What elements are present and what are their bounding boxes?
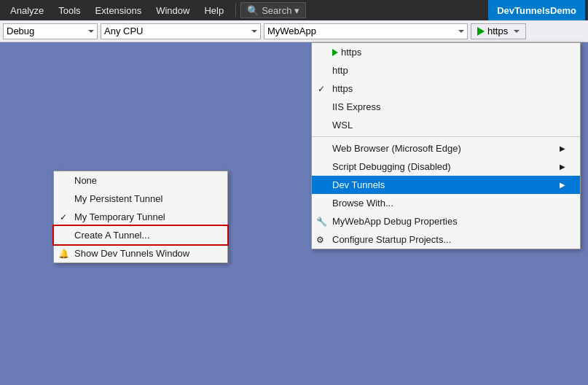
main-dropdown-menu: https http ✓ https IIS Express WSL Web B… bbox=[311, 42, 581, 249]
submenu-item-none[interactable]: None bbox=[54, 171, 227, 190]
web-browser-label: Web Browser (Microsoft Edge) bbox=[332, 143, 461, 154]
main-content: https http ✓ https IIS Express WSL Web B… bbox=[0, 42, 588, 385]
menu-item-iis-express[interactable]: IIS Express bbox=[312, 98, 580, 116]
menu-item-tools[interactable]: Tools bbox=[51, 0, 87, 20]
active-tab[interactable]: DevTunnelsDemo bbox=[488, 0, 585, 20]
dev-tunnels-label: Dev Tunnels bbox=[332, 179, 385, 190]
temporary-tunnel-label: My Temporary Tunnel bbox=[74, 211, 165, 222]
play-icon bbox=[477, 27, 485, 36]
menu-item-https-play[interactable]: https bbox=[312, 43, 580, 61]
menu-item-dev-tunnels[interactable]: Dev Tunnels ▶ bbox=[312, 176, 580, 194]
checkmark-icon: ✓ bbox=[318, 84, 325, 94]
submenu-arrow-3-icon: ▶ bbox=[560, 181, 565, 189]
run-label: https bbox=[487, 26, 508, 36]
submenu-item-show-tunnels[interactable]: 🔔 Show Dev Tunnels Window bbox=[54, 244, 227, 262]
menu-item-browse-with[interactable]: Browse With... bbox=[312, 194, 580, 212]
https-label: https bbox=[332, 83, 353, 94]
cpu-arrow-icon bbox=[251, 30, 257, 33]
search-icon: 🔍 bbox=[247, 5, 259, 16]
cpu-value: Any CPU bbox=[104, 26, 143, 36]
menu-item-configure-startup[interactable]: ⚙ Configure Startup Projects... bbox=[312, 230, 580, 249]
iis-express-label: IIS Express bbox=[332, 101, 380, 112]
wrench-icon: 🔧 bbox=[316, 217, 327, 227]
menu-separator-1 bbox=[312, 136, 580, 137]
none-label: None bbox=[74, 175, 97, 186]
run-button[interactable]: https bbox=[471, 23, 526, 39]
checkmark-2-icon: ✓ bbox=[60, 212, 67, 222]
submenu-arrow-2-icon: ▶ bbox=[560, 163, 565, 171]
https-play-label: https bbox=[341, 47, 361, 58]
persistent-tunnel-label: My Persistent Tunnel bbox=[74, 193, 162, 204]
search-dropdown-arrow: ▾ bbox=[294, 5, 299, 16]
play-triangle-icon bbox=[332, 49, 338, 56]
menu-item-window[interactable]: Window bbox=[149, 0, 197, 20]
debug-properties-label: MyWebApp Debug Properties bbox=[332, 216, 458, 227]
toolbar: Debug Any CPU MyWebApp https bbox=[0, 20, 588, 42]
configure-startup-label: Configure Startup Projects... bbox=[332, 234, 451, 245]
menu-item-http[interactable]: http bbox=[312, 61, 580, 79]
run-arrow-icon bbox=[514, 30, 520, 33]
search-label: Search bbox=[262, 5, 291, 16]
menu-item-debug-properties[interactable]: 🔧 MyWebApp Debug Properties bbox=[312, 212, 580, 230]
menu-item-wsl[interactable]: WSL bbox=[312, 116, 580, 134]
menu-item-web-browser[interactable]: Web Browser (Microsoft Edge) ▶ bbox=[312, 139, 580, 158]
submenu-arrow-icon: ▶ bbox=[560, 144, 565, 152]
project-dropdown[interactable]: MyWebApp bbox=[264, 23, 468, 39]
menu-item-https[interactable]: ✓ https bbox=[312, 79, 580, 98]
script-debugging-label: Script Debugging (Disabled) bbox=[332, 161, 451, 172]
menu-item-analyze[interactable]: Analyze bbox=[3, 0, 51, 20]
menu-item-extensions[interactable]: Extensions bbox=[88, 0, 149, 20]
dev-tunnels-submenu: None My Persistent Tunnel ✓ My Temporary… bbox=[53, 171, 228, 263]
http-label: http bbox=[332, 65, 348, 76]
submenu-item-persistent[interactable]: My Persistent Tunnel bbox=[54, 190, 227, 208]
menu-item-script-debugging[interactable]: Script Debugging (Disabled) ▶ bbox=[312, 158, 580, 176]
debug-dropdown[interactable]: Debug bbox=[3, 23, 98, 39]
debug-value: Debug bbox=[7, 26, 34, 36]
gear-icon: ⚙ bbox=[316, 235, 324, 245]
bell-icon: 🔔 bbox=[58, 249, 69, 259]
browse-with-label: Browse With... bbox=[332, 198, 393, 209]
menu-item-help[interactable]: Help bbox=[197, 0, 231, 20]
cpu-dropdown[interactable]: Any CPU bbox=[101, 23, 261, 39]
menu-separator bbox=[235, 4, 236, 17]
debug-arrow-icon bbox=[88, 30, 94, 33]
project-value: MyWebApp bbox=[267, 26, 316, 36]
submenu-item-create-tunnel[interactable]: Create A Tunnel... bbox=[54, 226, 227, 244]
submenu-item-temporary[interactable]: ✓ My Temporary Tunnel bbox=[54, 208, 227, 226]
show-tunnels-label: Show Dev Tunnels Window bbox=[74, 248, 189, 259]
wsl-label: WSL bbox=[332, 120, 353, 131]
search-box[interactable]: 🔍 Search ▾ bbox=[240, 2, 306, 18]
menu-bar: Analyze Tools Extensions Window Help 🔍 S… bbox=[0, 0, 588, 20]
create-tunnel-label: Create A Tunnel... bbox=[74, 230, 149, 241]
project-arrow-icon bbox=[458, 30, 464, 33]
